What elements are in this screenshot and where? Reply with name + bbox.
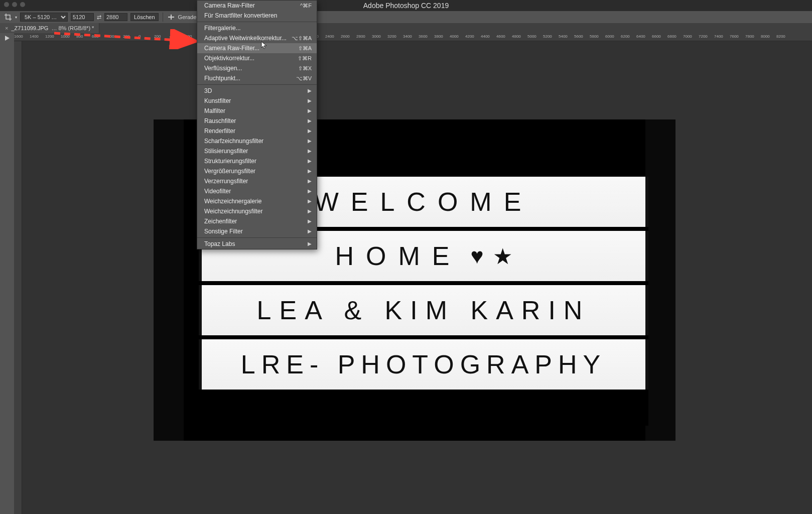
submenu-arrow-icon: ▶ [308,148,312,155]
menu-item[interactable]: Rauschfilter▶ [197,116,317,126]
ruler-tick: 400 [170,34,176,39]
menu-item[interactable]: Zeichenfilter▶ [197,216,317,226]
menu-item-label: Renderfilter [204,127,235,135]
image-background [645,119,675,441]
vertical-ruler [14,41,22,514]
submenu-arrow-icon: ▶ [308,168,312,175]
menu-item-shortcut: ⇧⌘R [298,55,312,62]
close-tab-icon[interactable]: × [5,25,8,31]
menu-item[interactable]: Camera Raw-Filter^⌘F [197,1,317,11]
star-icon: ★ [493,243,512,269]
ruler-tick: 5400 [559,34,568,39]
canvas-area[interactable]: WELCOME HOME ♥ ★ LEA & KIM KARIN LRE- PH… [22,41,812,514]
document-tab[interactable]: × _Z711099.JPG … 8% (RGB/8*) * [0,23,99,33]
menu-item-label: Für Smartfilter konvertieren [204,12,277,19]
ruler-tick: 7800 [745,34,754,39]
lightbox-text: LEA & KIM KARIN [257,295,591,325]
close-window-icon[interactable] [4,2,9,7]
ruler-tick: 3000 [372,34,381,39]
filter-menu-dropdown[interactable]: Camera Raw-Filter^⌘FFür Smartfilter konv… [197,0,317,249]
menu-item[interactable]: Für Smartfilter konvertieren [197,11,317,21]
menu-item[interactable]: Objektivkorrektur...⇧⌘R [197,53,317,63]
menu-item-label: Weichzeichnungsfilter [204,208,263,215]
menu-item[interactable]: Vergrößerungsfilter▶ [197,166,317,176]
crop-ratio-select[interactable]: 5K – 5120 … [20,13,68,22]
ruler-tick: 3200 [387,34,396,39]
menu-item[interactable]: Verflüssigen...⇧⌘X [197,63,317,73]
timeline-left-strip [0,33,14,514]
separator [163,13,163,22]
document-tabs-bar: × _Z711099.JPG … 8% (RGB/8*) * [0,23,812,33]
ruler-tick: 4000 [450,34,459,39]
ruler-tick: 5200 [543,34,552,39]
ruler-tick: 200 [154,34,161,39]
menu-item[interactable]: Strukturierungsfilter▶ [197,156,317,166]
ruler-tick: 4600 [496,34,505,39]
menu-separator [197,84,317,85]
menu-item[interactable]: Videofilter▶ [197,186,317,196]
minimize-window-icon[interactable] [12,2,17,7]
app-title: Adobe Photoshop CC 2019 [363,2,449,10]
menu-item-shortcut: ⇧⌘A [298,45,312,52]
menu-item[interactable]: Camera Raw-Filter...⇧⌘A [197,43,317,53]
menu-item-shortcut: ^⌘F [300,2,312,9]
ruler-tick: 800 [76,34,83,39]
ruler-tick: 6400 [636,34,645,39]
menu-item[interactable]: 3D▶ [197,86,317,96]
submenu-arrow-icon: ▶ [308,97,312,104]
menu-item[interactable]: Stilisierungsfilter▶ [197,146,317,156]
dropdown-arrow-icon[interactable]: ▾ [15,15,17,20]
crop-width-input[interactable] [71,13,94,21]
menu-item-label: Sonstige Filter [204,228,243,235]
menu-item[interactable]: Renderfilter▶ [197,126,317,136]
document-tab-info: … 8% (RGB/8*) * [51,25,94,31]
lightbox-text: HOME [335,241,461,271]
ruler-tick: 5800 [590,34,599,39]
ruler-tick: 1400 [30,34,39,39]
menu-item-label: 3D [204,87,212,94]
crop-height-input[interactable] [104,13,127,21]
ruler-tick: 7400 [714,34,723,39]
ruler-tick: 4400 [481,34,490,39]
clear-button[interactable]: Löschen [130,13,159,21]
menu-item-label: Verzerrungsfilter [204,178,248,185]
document-tab-name: _Z711099.JPG [11,25,48,31]
menu-item[interactable]: Adaptive Weitwinkelkorrektur...⌥⇧⌘A [197,33,317,43]
lightbox-row: LRE- PHOTOGRAPHY [199,339,648,390]
menu-item[interactable]: Topaz Labs▶ [197,239,317,249]
ruler-tick: 3400 [403,34,412,39]
mac-traffic-lights[interactable] [4,2,25,7]
lightbox-row: LEA & KIM KARIN [199,285,648,335]
ruler-tick: 4200 [465,34,474,39]
submenu-arrow-icon: ▶ [308,178,312,185]
menu-item-label: Verflüssigen... [204,65,242,72]
menu-item[interactable]: Weichzeichnungsfilter▶ [197,206,317,216]
menu-item-label: Videofilter [204,188,231,195]
menu-item[interactable]: Malfilter▶ [197,106,317,116]
menu-item-label: Malfilter [204,107,225,114]
straighten-icon[interactable] [167,13,175,21]
menu-item[interactable]: Scharfzeichnungsfilter▶ [197,136,317,146]
ruler-tick: 7000 [683,34,692,39]
submenu-arrow-icon: ▶ [308,107,312,114]
ruler-tick: 6200 [621,34,630,39]
menu-item[interactable]: Sonstige Filter▶ [197,226,317,236]
menu-item[interactable]: Kunstfilter▶ [197,96,317,106]
menu-item[interactable]: Filtergalerie... [197,23,317,33]
menu-item-label: Topaz Labs [204,240,235,247]
lightbox-text: LRE- PHOTOGRAPHY [241,349,606,379]
zoom-window-icon[interactable] [20,2,25,7]
menu-item[interactable]: Verzerrungsfilter▶ [197,176,317,186]
menu-item-shortcut: ⌥⇧⌘A [292,35,312,42]
menu-item-label: Fluchtpunkt... [204,75,240,82]
swap-dimensions-icon[interactable]: ⇄ [97,14,101,21]
crop-tool-icon[interactable] [4,13,12,21]
menu-item[interactable]: Weichzeichnergalerie▶ [197,196,317,206]
menu-item-label: Kunstfilter [204,97,231,104]
ruler-tick: 8000 [761,34,770,39]
window-titlebar: Adobe Photoshop CC 2019 [0,0,812,11]
play-icon[interactable] [4,35,10,514]
menu-item[interactable]: Fluchtpunkt...⌥⌘V [197,73,317,83]
menu-item-label: Scharfzeichnungsfilter [204,138,263,145]
ruler-tick: 5600 [574,34,583,39]
